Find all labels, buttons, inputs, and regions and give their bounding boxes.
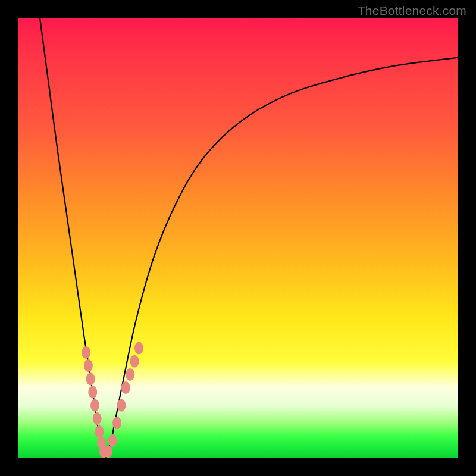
bead-marker bbox=[86, 372, 95, 385]
bead-marker bbox=[130, 355, 139, 368]
outer-frame: TheBottleneck.com bbox=[0, 0, 476, 476]
bead-marker bbox=[82, 346, 90, 359]
beads-group bbox=[82, 342, 143, 458]
bead-marker bbox=[126, 368, 134, 381]
bead-marker bbox=[104, 445, 112, 458]
bead-marker bbox=[93, 412, 102, 425]
bead-marker bbox=[117, 399, 126, 412]
bead-marker bbox=[88, 386, 97, 399]
bead-marker bbox=[112, 416, 121, 429]
bead-marker bbox=[108, 434, 117, 447]
watermark-text: TheBottleneck.com bbox=[358, 4, 466, 18]
bottleneck-curve bbox=[40, 18, 458, 458]
bead-marker bbox=[90, 399, 99, 412]
bead-marker bbox=[95, 425, 104, 438]
bead-marker bbox=[121, 381, 130, 394]
bead-marker bbox=[134, 342, 143, 355]
plot-area bbox=[18, 18, 458, 458]
curve-svg bbox=[18, 18, 458, 458]
bead-marker bbox=[84, 359, 93, 372]
